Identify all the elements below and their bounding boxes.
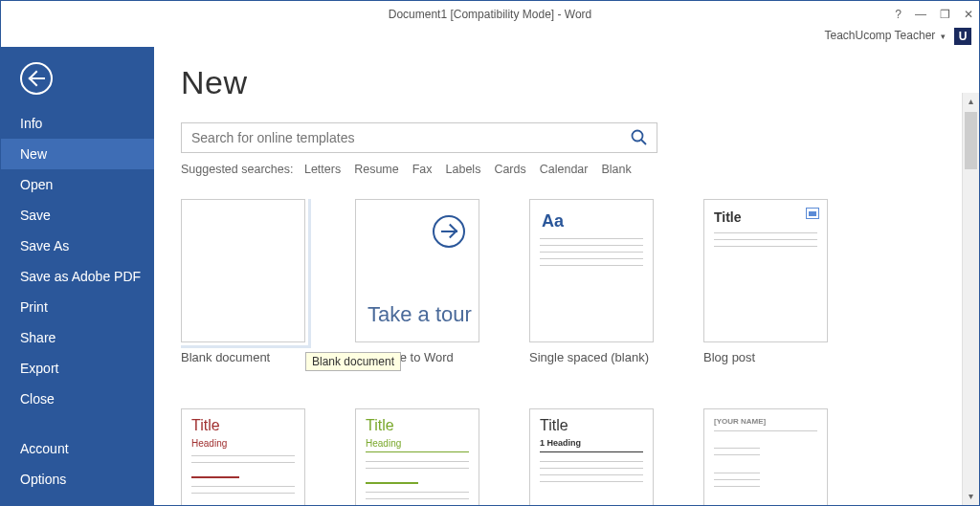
template-resume[interactable]: [YOUR NAME] <box>703 408 837 505</box>
template-welcome-to-word[interactable]: Take a tour Welcome to Word <box>355 199 489 366</box>
thumb-sub: Heading <box>191 438 227 449</box>
image-placeholder-icon <box>806 208 819 219</box>
template-report-red[interactable]: Title Heading <box>181 408 315 505</box>
template-thumb <box>181 199 305 342</box>
template-report-green[interactable]: Title Heading <box>355 408 489 505</box>
title-bar: Document1 [Compatibility Mode] - Word ? … <box>1 1 979 24</box>
search-input[interactable] <box>182 130 622 145</box>
suggested-link-cards[interactable]: Cards <box>494 163 525 176</box>
template-thumb: Aa <box>529 199 654 342</box>
svg-line-1 <box>641 140 646 144</box>
suggested-searches: Suggested searches: LettersResumeFaxLabe… <box>181 163 952 176</box>
template-caption: Single spaced (blank) <box>529 350 663 366</box>
svg-point-0 <box>633 131 643 142</box>
sidebar-item-save[interactable]: Save <box>1 200 154 231</box>
restore-button[interactable]: ❐ <box>940 3 950 26</box>
close-button[interactable]: ✕ <box>964 3 973 26</box>
account-dropdown-icon[interactable]: ▾ <box>941 32 946 41</box>
back-icon[interactable] <box>20 62 53 95</box>
suggested-label: Suggested searches: <box>181 163 293 176</box>
account-badge[interactable]: U <box>954 28 971 45</box>
sidebar-item-account[interactable]: Account <box>1 433 154 464</box>
blog-title-text: Title <box>714 209 742 225</box>
sidebar-item-save-as[interactable]: Save As <box>1 231 154 261</box>
sidebar-item-print[interactable]: Print <box>1 292 154 322</box>
vertical-scrollbar[interactable]: ▴ ▾ <box>962 93 979 505</box>
template-caption: Welcome to Word <box>355 350 489 366</box>
tour-text: Take a tour <box>368 303 472 326</box>
template-search[interactable] <box>181 122 657 153</box>
template-single-spaced[interactable]: Aa Single spaced (blank) <box>529 199 663 366</box>
backstage-sidebar: InfoNewOpenSaveSave AsSave as Adobe PDFP… <box>1 47 154 505</box>
suggested-link-blank[interactable]: Blank <box>601 163 631 176</box>
suggested-link-calendar[interactable]: Calendar <box>540 163 589 176</box>
suggested-link-resume[interactable]: Resume <box>354 163 399 176</box>
template-thumb: Title Heading <box>181 408 305 505</box>
template-thumb: Title <box>703 199 828 342</box>
account-name[interactable]: TeachUcomp Teacher <box>824 29 935 42</box>
suggested-link-labels[interactable]: Labels <box>446 163 481 176</box>
scroll-up-icon[interactable]: ▴ <box>963 93 979 110</box>
template-blank-document[interactable]: Blank document <box>181 199 315 366</box>
sidebar-item-new[interactable]: New <box>1 139 154 169</box>
thumb-header: [YOUR NAME] <box>714 417 766 426</box>
template-thumb: [YOUR NAME] <box>703 408 828 505</box>
suggested-link-fax[interactable]: Fax <box>412 163 433 176</box>
account-row: TeachUcomp Teacher ▾ U <box>1 24 979 47</box>
template-thumb: Take a tour <box>355 199 479 342</box>
sidebar-item-info[interactable]: Info <box>1 108 154 139</box>
window-title: Document1 [Compatibility Mode] - Word <box>389 3 592 26</box>
thumb-title: Title <box>540 417 568 434</box>
thumb-title: Title <box>366 417 394 434</box>
sidebar-item-export[interactable]: Export <box>1 353 154 384</box>
tour-arrow-icon <box>433 215 465 248</box>
backstage-main: New Suggested searches: LettersResumeFax… <box>154 47 979 505</box>
search-icon[interactable] <box>622 123 657 152</box>
template-caption: Blog post <box>703 350 837 366</box>
thumb-sub: Heading <box>366 438 401 449</box>
sidebar-item-share[interactable]: Share <box>1 322 154 353</box>
aa-icon: Aa <box>542 211 564 231</box>
template-blog-post[interactable]: Title Blog post <box>703 199 837 366</box>
scroll-thumb[interactable] <box>965 112 977 169</box>
thumb-sub: 1 Heading <box>540 438 581 448</box>
sidebar-item-options[interactable]: Options <box>1 464 154 495</box>
suggested-link-letters[interactable]: Letters <box>304 163 341 176</box>
template-thumb: Title Heading <box>355 408 479 505</box>
scroll-down-icon[interactable]: ▾ <box>963 488 979 505</box>
page-title: New <box>181 64 952 101</box>
template-report-black[interactable]: Title 1 Heading <box>529 408 663 505</box>
thumb-title: Title <box>191 417 220 434</box>
minimize-button[interactable]: — <box>915 3 926 26</box>
sidebar-item-open[interactable]: Open <box>1 169 154 200</box>
sidebar-item-save-as-adobe-pdf[interactable]: Save as Adobe PDF <box>1 261 154 292</box>
help-icon[interactable]: ? <box>895 3 902 26</box>
sidebar-item-close[interactable]: Close <box>1 384 154 414</box>
template-caption: Blank document <box>181 350 315 366</box>
template-thumb: Title 1 Heading <box>529 408 654 505</box>
